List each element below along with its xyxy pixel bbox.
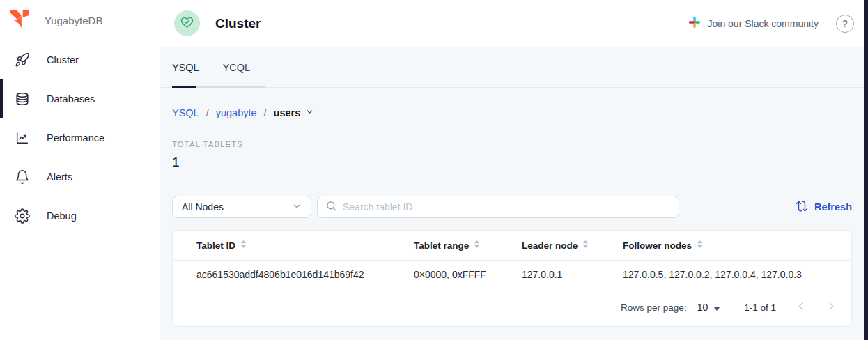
sidebar-item-label: Debug bbox=[47, 210, 77, 222]
tablets-table-card: Tablet ID Tablet range Lea bbox=[172, 230, 852, 327]
caret-down-icon bbox=[713, 302, 720, 313]
bell-icon bbox=[14, 169, 31, 185]
topbar-right: Join our Slack community ? bbox=[688, 15, 854, 33]
sidebar-item-performance[interactable]: Performance bbox=[0, 118, 160, 157]
breadcrumb-separator: / bbox=[264, 107, 267, 118]
right-scrollbar[interactable] bbox=[864, 0, 868, 340]
chevron-right-icon bbox=[826, 300, 837, 314]
column-label: Tablet ID bbox=[196, 240, 235, 251]
sidebar-item-label: Performance bbox=[47, 132, 104, 144]
breadcrumb-database[interactable]: yugabyte bbox=[216, 107, 257, 118]
tab-label: YSQL bbox=[172, 62, 199, 73]
sidebar-item-label: Alerts bbox=[47, 171, 72, 183]
chevron-left-icon bbox=[795, 300, 807, 314]
question-mark-icon: ? bbox=[842, 18, 848, 29]
next-page-button[interactable] bbox=[826, 300, 837, 314]
sort-icon bbox=[582, 240, 589, 251]
topbar: Cluster Join our Slack community ? bbox=[160, 0, 868, 47]
column-header-tablet-id[interactable]: Tablet ID bbox=[196, 240, 414, 251]
column-label: Tablet range bbox=[414, 240, 469, 251]
rows-per-page-select[interactable]: 10 bbox=[697, 302, 721, 313]
rows-per-page-label: Rows per page: bbox=[621, 302, 687, 313]
node-filter-value: All Nodes bbox=[182, 201, 224, 212]
cell-leader-node: 127.0.0.1 bbox=[522, 269, 623, 280]
tab-label: YCQL bbox=[223, 62, 251, 73]
rows-per-page-value: 10 bbox=[697, 302, 708, 313]
help-button[interactable]: ? bbox=[836, 15, 854, 33]
column-label: Follower nodes bbox=[623, 240, 692, 251]
cell-tablet-id: ac661530addf4806b1e016d141b69f42 bbox=[196, 269, 414, 280]
previous-page-button[interactable] bbox=[795, 300, 807, 314]
total-tablets-summary: TOTAL TABLETS 1 bbox=[172, 140, 852, 170]
tablet-search-input[interactable] bbox=[343, 201, 671, 212]
brand-label: YugabyteDB bbox=[45, 15, 102, 26]
tabbar: YSQL YCQL bbox=[160, 47, 868, 88]
breadcrumb-ysql[interactable]: YSQL bbox=[172, 107, 199, 118]
yugabytedb-logo-icon bbox=[9, 8, 30, 32]
tab-ysql[interactable]: YSQL bbox=[172, 62, 199, 73]
column-header-leader-node[interactable]: Leader node bbox=[522, 240, 623, 251]
sort-icon bbox=[697, 240, 703, 251]
filter-row: All Nodes bbox=[172, 196, 852, 218]
cell-follower-nodes: 127.0.0.5, 127.0.0.2, 127.0.0.4, 127.0.0… bbox=[623, 269, 851, 280]
total-tablets-value: 1 bbox=[172, 155, 852, 170]
cell-tablet-range: 0×0000, 0xFFFF bbox=[414, 269, 522, 280]
breadcrumb-separator: / bbox=[206, 107, 209, 118]
total-tablets-label: TOTAL TABLETS bbox=[172, 140, 852, 148]
tab-ycql[interactable]: YCQL bbox=[223, 62, 251, 73]
refresh-label: Refresh bbox=[814, 201, 852, 212]
sort-icon bbox=[240, 240, 247, 251]
gear-icon bbox=[14, 208, 31, 224]
slack-link-label: Join our Slack community bbox=[707, 18, 819, 29]
page-body: YSQL / yugabyte / users TOTAL TABLETS 1 bbox=[160, 107, 868, 327]
content: YSQL YCQL YSQL / yugabyte / users bbox=[160, 47, 868, 340]
sidebar: YugabyteDB Cluster bbox=[0, 0, 160, 340]
sidebar-item-label: Databases bbox=[47, 93, 95, 105]
slack-community-link[interactable]: Join our Slack community bbox=[688, 16, 819, 31]
cluster-status-avatar bbox=[174, 10, 200, 36]
column-label: Leader node bbox=[522, 240, 578, 251]
line-chart-icon bbox=[14, 130, 31, 146]
pagination: Rows per page: 10 1-1 of 1 bbox=[173, 288, 851, 326]
refresh-button[interactable]: Refresh bbox=[796, 200, 852, 215]
table-header-row: Tablet ID Tablet range Lea bbox=[173, 231, 851, 261]
refresh-icon bbox=[796, 200, 808, 215]
main-area: Cluster Join our Slack community ? bbox=[160, 0, 868, 340]
heart-check-icon bbox=[180, 15, 194, 32]
page-title: Cluster bbox=[215, 16, 261, 31]
sidebar-item-debug[interactable]: Debug bbox=[0, 196, 160, 235]
table-row: ac661530addf4806b1e016d141b69f42 0×0000,… bbox=[173, 261, 851, 288]
slack-icon bbox=[688, 16, 701, 31]
pagination-range: 1-1 of 1 bbox=[744, 302, 776, 313]
breadcrumb: YSQL / yugabyte / users bbox=[172, 107, 852, 118]
node-filter-select[interactable]: All Nodes bbox=[172, 196, 311, 218]
database-icon bbox=[14, 91, 31, 107]
tab-active-indicator bbox=[172, 86, 196, 88]
rocket-icon bbox=[14, 52, 31, 68]
sort-icon bbox=[474, 240, 480, 251]
breadcrumb-current-label: users bbox=[274, 107, 301, 118]
sidebar-nav: Cluster Databases bbox=[0, 40, 160, 235]
column-header-tablet-range[interactable]: Tablet range bbox=[414, 240, 522, 251]
brand-home[interactable]: YugabyteDB bbox=[0, 0, 160, 40]
tablet-search-box bbox=[317, 196, 679, 218]
sidebar-item-alerts[interactable]: Alerts bbox=[0, 157, 160, 196]
chevron-down-icon bbox=[292, 201, 302, 213]
sidebar-item-databases[interactable]: Databases bbox=[0, 79, 160, 118]
breadcrumb-table-dropdown[interactable]: users bbox=[274, 107, 315, 118]
app-root: YugabyteDB Cluster bbox=[0, 0, 868, 340]
sidebar-item-cluster[interactable]: Cluster bbox=[0, 40, 160, 79]
sidebar-item-label: Cluster bbox=[47, 54, 79, 65]
search-icon bbox=[325, 200, 337, 215]
column-header-follower-nodes[interactable]: Follower nodes bbox=[623, 240, 851, 251]
chevron-down-icon bbox=[305, 107, 314, 118]
